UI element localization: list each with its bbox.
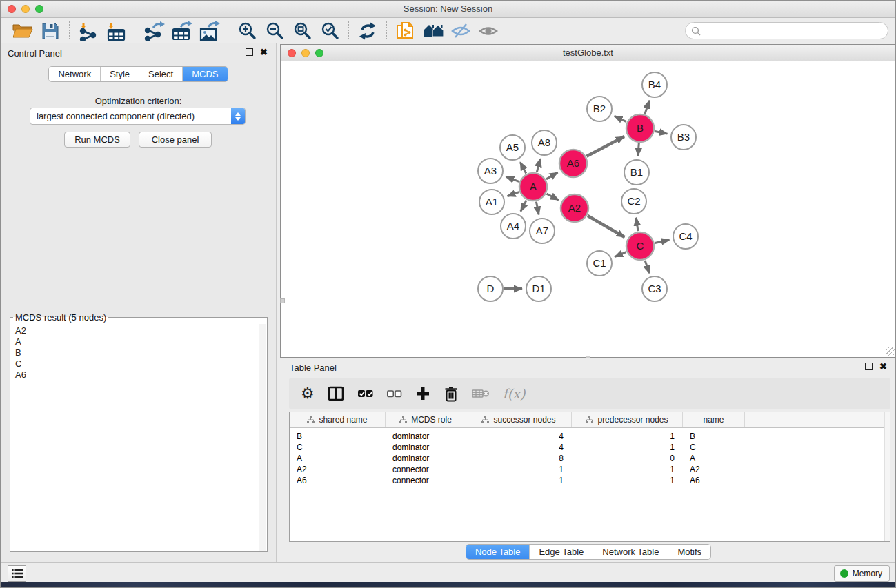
float-panel-icon[interactable] <box>246 48 253 56</box>
graph-edge-B-B2[interactable] <box>615 116 626 121</box>
table-settings-button[interactable]: ⚙ <box>301 383 315 404</box>
graph-node-B4[interactable]: B4 <box>642 72 667 97</box>
refresh-layout-button[interactable] <box>354 20 381 42</box>
float-panel-icon[interactable] <box>865 363 873 370</box>
graph-node-C3[interactable]: C3 <box>642 276 667 301</box>
search-field[interactable] <box>685 22 888 39</box>
graph-edge-B-B1[interactable] <box>638 143 639 156</box>
close-panel-icon[interactable]: ✖ <box>879 363 887 370</box>
tab-motifs[interactable]: Motifs <box>668 545 710 559</box>
graph-edge-A2-C[interactable] <box>588 216 624 237</box>
deselect-all-columns-button[interactable] <box>386 383 402 404</box>
graph-node-A2[interactable]: A2 <box>561 194 588 222</box>
column-header-MCDS-role[interactable]: MCDS role <box>386 412 466 427</box>
graph-node-C1[interactable]: C1 <box>587 251 612 276</box>
graph-edge-A-A5[interactable] <box>520 162 526 173</box>
table-row[interactable]: A2connector11A2 <box>290 464 890 475</box>
mcds-result-item[interactable]: A <box>15 336 259 347</box>
graph-edge-C-C4[interactable] <box>655 240 670 243</box>
import-network-button[interactable] <box>74 20 102 42</box>
graph-node-A3[interactable]: A3 <box>478 159 503 183</box>
tab-network[interactable]: Network <box>49 67 100 81</box>
graph-edge-A-A7[interactable] <box>536 202 539 215</box>
search-input[interactable] <box>704 26 888 37</box>
graph-edge-A-A3[interactable] <box>506 176 519 181</box>
network-canvas[interactable]: AA1A2A3A4A5A6A7A8BB1B2B3B4CC1C2C3C4DD1 <box>281 61 895 357</box>
export-network-button[interactable] <box>140 20 168 42</box>
graph-edge-A-A1[interactable] <box>508 192 519 196</box>
graph-node-A7[interactable]: A7 <box>530 219 555 243</box>
graph-node-D[interactable]: D <box>478 276 503 301</box>
column-header-successor-nodes[interactable]: successor nodes <box>466 412 572 427</box>
function-builder-button[interactable]: f(x) <box>503 383 526 404</box>
import-table-button[interactable] <box>102 20 130 42</box>
mcds-result-item[interactable]: B <box>15 347 259 358</box>
tab-select[interactable]: Select <box>139 67 182 81</box>
graph-edge-C-C1[interactable] <box>615 252 626 257</box>
graph-node-A8[interactable]: A8 <box>532 130 557 155</box>
column-view-button[interactable] <box>328 383 344 404</box>
delete-table-button[interactable] <box>472 383 490 404</box>
graph-edge-B-B4[interactable] <box>645 101 649 114</box>
graph-node-B1[interactable]: B1 <box>624 160 649 185</box>
add-column-button[interactable] <box>415 383 430 404</box>
mcds-result-item[interactable]: A2 <box>15 325 259 336</box>
table-row[interactable]: Bdominator41B <box>290 431 890 442</box>
graph-node-A[interactable]: A <box>519 173 547 201</box>
graph-node-C4[interactable]: C4 <box>673 224 698 249</box>
delete-column-button[interactable] <box>444 383 459 404</box>
tab-network-table[interactable]: Network Table <box>593 545 668 559</box>
table-row[interactable]: Adominator80A <box>290 453 890 464</box>
zoom-out-button[interactable] <box>261 20 288 42</box>
optimization-criterion-select[interactable]: largest connected component (directed) <box>30 108 246 125</box>
hide-details-button[interactable] <box>447 20 475 42</box>
close-panel-button[interactable]: Close panel <box>139 132 212 148</box>
tab-node-table[interactable]: Node Table <box>466 545 530 559</box>
zoom-in-button[interactable] <box>233 20 261 42</box>
graph-node-A6[interactable]: A6 <box>559 150 587 177</box>
zoom-selected-button[interactable] <box>316 20 344 42</box>
table-row[interactable]: Cdominator41C <box>290 442 890 453</box>
show-details-button[interactable] <box>475 20 502 42</box>
graph-node-A5[interactable]: A5 <box>500 135 525 160</box>
export-table-button[interactable] <box>168 20 195 42</box>
splitter-handle[interactable] <box>280 298 285 303</box>
table-scrollbar[interactable] <box>884 412 890 541</box>
clone-network-button[interactable] <box>392 20 419 42</box>
table-row[interactable]: A6connector11A6 <box>290 475 890 486</box>
export-image-button[interactable] <box>195 20 223 42</box>
graph-edge-A-A4[interactable] <box>521 201 526 212</box>
zoom-fit-button[interactable] <box>288 20 316 42</box>
window-resize-grip[interactable] <box>886 347 895 356</box>
graph-node-C[interactable]: C <box>626 232 654 260</box>
column-header-shared-name[interactable]: shared name <box>290 412 386 427</box>
graph-node-A1[interactable]: A1 <box>479 190 504 214</box>
mcds-result-list[interactable]: A2ABCA6 <box>11 324 259 551</box>
graph-node-B[interactable]: B <box>626 114 654 142</box>
graph-edge-A6-B[interactable] <box>586 136 624 156</box>
graph-edge-C-C2[interactable] <box>636 218 638 231</box>
close-panel-icon[interactable]: ✖ <box>260 48 268 56</box>
graph-node-B3[interactable]: B3 <box>671 125 696 150</box>
home-layout-button[interactable] <box>419 20 447 42</box>
tab-style[interactable]: Style <box>100 67 139 81</box>
column-header-name[interactable]: name <box>683 412 745 427</box>
graph-edge-A-A6[interactable] <box>546 172 558 179</box>
graph-node-C2[interactable]: C2 <box>621 189 646 214</box>
memory-button[interactable]: Memory <box>834 565 890 582</box>
tab-mcds[interactable]: MCDS <box>182 67 227 81</box>
column-header-predecessor-nodes[interactable]: predecessor nodes <box>572 412 683 427</box>
mcds-result-item[interactable]: A6 <box>15 369 259 381</box>
open-session-button[interactable] <box>9 20 37 42</box>
mcds-result-item[interactable]: C <box>15 358 259 369</box>
save-session-button[interactable] <box>37 20 64 42</box>
graph-node-B2[interactable]: B2 <box>587 97 612 121</box>
graph-edge-A-A8[interactable] <box>537 159 540 172</box>
graph-edge-A-A2[interactable] <box>547 194 559 200</box>
task-history-button[interactable] <box>8 565 26 582</box>
graph-node-A4[interactable]: A4 <box>501 214 526 239</box>
select-all-columns-button[interactable] <box>357 383 373 404</box>
tab-edge-table[interactable]: Edge Table <box>529 545 593 559</box>
mcds-result-scrollbar[interactable] <box>259 324 266 551</box>
graph-edge-B-B3[interactable] <box>655 131 668 134</box>
